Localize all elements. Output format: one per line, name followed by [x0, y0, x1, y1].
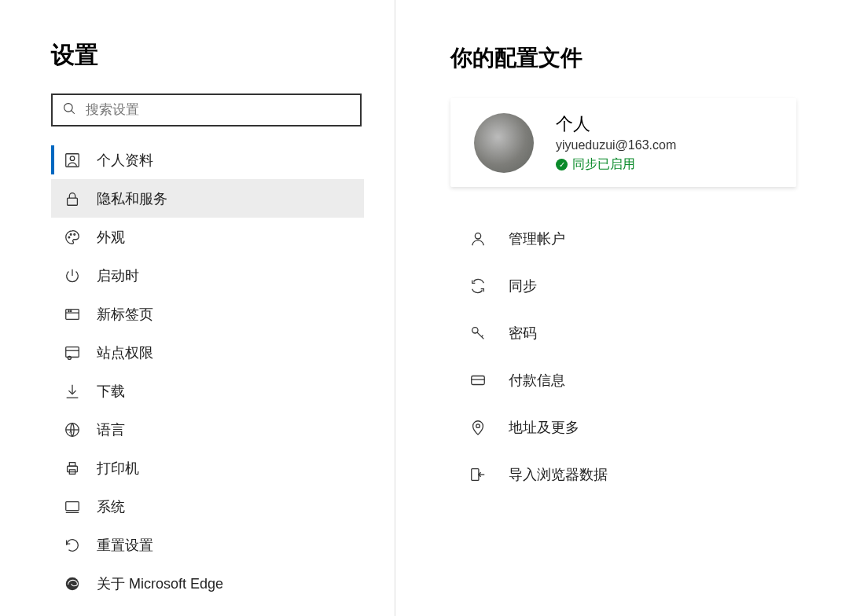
profile-info: 个人 yiyueduzui@163.com ✓ 同步已启用 — [556, 112, 676, 173]
svg-rect-21 — [66, 501, 79, 510]
sync-status-row: ✓ 同步已启用 — [556, 156, 676, 173]
nav-item-printers[interactable]: 打印机 — [51, 449, 364, 487]
check-icon: ✓ — [556, 159, 568, 170]
key-icon — [469, 324, 487, 342]
profile-name: 个人 — [556, 112, 676, 136]
option-label: 地址及更多 — [509, 418, 579, 437]
search-icon — [62, 101, 76, 119]
location-icon — [469, 419, 487, 436]
nav-item-label: 系统 — [97, 497, 125, 516]
option-import[interactable]: 导入浏览器数据 — [450, 451, 796, 498]
svg-rect-4 — [68, 198, 78, 205]
edge-icon — [64, 575, 81, 592]
nav-item-label: 站点权限 — [97, 343, 153, 362]
option-addresses[interactable]: 地址及更多 — [450, 404, 796, 451]
palette-icon — [64, 229, 81, 246]
sync-icon — [469, 277, 487, 295]
nav-item-label: 隐私和服务 — [97, 189, 167, 208]
nav-item-privacy[interactable]: 隐私和服务 — [51, 179, 364, 218]
nav-item-permissions[interactable]: 站点权限 — [51, 333, 364, 372]
svg-rect-12 — [66, 346, 79, 357]
svg-point-25 — [472, 328, 478, 333]
search-input[interactable] — [86, 102, 351, 118]
profile-card[interactable]: 个人 yiyueduzui@163.com ✓ 同步已启用 — [450, 98, 796, 187]
nav-item-label: 重置设置 — [97, 536, 153, 555]
settings-sidebar: 设置 个人资料 隐私和服务 外观 — [0, 0, 395, 616]
nav-item-label: 外观 — [97, 228, 125, 247]
permissions-icon — [64, 344, 81, 361]
option-label: 同步 — [509, 277, 537, 295]
nav-item-label: 启动时 — [97, 266, 139, 285]
svg-rect-29 — [472, 469, 479, 481]
nav-item-downloads[interactable]: 下载 — [51, 372, 364, 410]
import-icon — [469, 466, 487, 483]
option-label: 管理帐户 — [509, 229, 565, 248]
svg-point-7 — [74, 233, 75, 235]
svg-point-0 — [64, 104, 73, 112]
nav-item-label: 个人资料 — [97, 151, 153, 170]
main-title: 你的配置文件 — [450, 43, 849, 73]
svg-point-5 — [68, 236, 70, 238]
svg-point-6 — [70, 233, 72, 235]
svg-text:A: A — [69, 428, 72, 433]
nav-item-label: 新标签页 — [97, 305, 153, 324]
nav-item-newtab[interactable]: 新标签页 — [51, 295, 364, 333]
main-content: 你的配置文件 个人 yiyueduzui@163.com ✓ 同步已启用 管理帐… — [395, 0, 849, 616]
sync-status: 同步已启用 — [572, 156, 635, 173]
card-icon — [469, 372, 487, 389]
profile-options: 管理帐户 同步 密码 付款信息 地址及更多 — [450, 215, 796, 498]
option-payment[interactable]: 付款信息 — [450, 357, 796, 404]
nav-item-about[interactable]: 关于 Microsoft Edge — [51, 564, 364, 603]
nav-item-reset[interactable]: 重置设置 — [51, 526, 364, 564]
search-box[interactable] — [51, 94, 362, 126]
svg-line-1 — [72, 111, 75, 114]
svg-point-28 — [476, 424, 480, 428]
svg-point-10 — [68, 310, 69, 311]
svg-point-3 — [70, 156, 75, 160]
svg-rect-18 — [68, 466, 78, 471]
nav-item-system[interactable]: 系统 — [51, 487, 364, 526]
newtab-icon — [64, 306, 81, 323]
system-icon — [64, 498, 81, 515]
nav-item-label: 关于 Microsoft Edge — [97, 574, 223, 593]
svg-point-13 — [68, 356, 71, 359]
option-manage-account[interactable]: 管理帐户 — [450, 215, 796, 262]
nav-item-languages[interactable]: A 语言 — [51, 410, 364, 449]
download-icon — [64, 383, 81, 400]
option-label: 付款信息 — [509, 371, 565, 390]
reset-icon — [64, 537, 81, 554]
nav-item-profile[interactable]: 个人资料 — [51, 141, 364, 179]
settings-nav: 个人资料 隐私和服务 外观 启动时 新标签页 — [51, 141, 364, 603]
printer-icon — [64, 460, 81, 477]
profile-email: yiyueduzui@163.com — [556, 138, 676, 152]
svg-rect-19 — [69, 462, 75, 466]
nav-item-label: 下载 — [97, 382, 125, 401]
option-label: 导入浏览器数据 — [509, 465, 608, 484]
avatar — [474, 113, 534, 173]
svg-point-11 — [71, 310, 72, 311]
svg-point-24 — [475, 233, 480, 239]
person-icon — [469, 230, 487, 248]
profile-icon — [64, 152, 81, 169]
option-passwords[interactable]: 密码 — [450, 310, 796, 357]
option-label: 密码 — [509, 324, 537, 343]
svg-rect-26 — [472, 376, 485, 385]
nav-item-label: 打印机 — [97, 459, 139, 478]
nav-item-appearance[interactable]: 外观 — [51, 218, 364, 256]
language-icon: A — [64, 421, 81, 438]
option-sync[interactable]: 同步 — [450, 262, 796, 310]
power-icon — [64, 267, 81, 284]
nav-item-startup[interactable]: 启动时 — [51, 256, 364, 295]
lock-icon — [64, 190, 81, 207]
nav-item-label: 语言 — [97, 420, 125, 439]
page-title: 设置 — [51, 39, 363, 72]
